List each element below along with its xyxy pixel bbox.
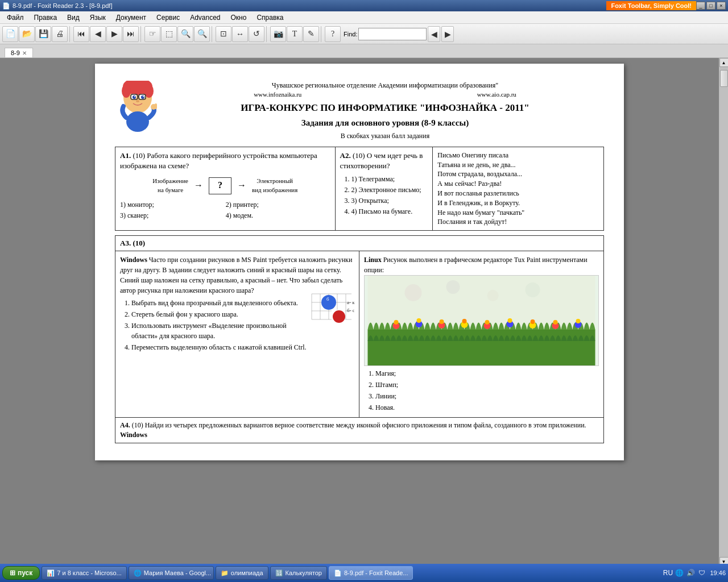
a1-label: А1. (10) Работа какого периферийного уст…: [120, 151, 330, 171]
start-button[interactable]: ⊞ пуск: [2, 566, 40, 580]
svg-point-49: [508, 318, 512, 323]
scrollbar[interactable]: ▲ ▼: [719, 58, 728, 566]
find-next-button[interactable]: ▶: [441, 26, 454, 42]
svg-point-14: [126, 111, 149, 132]
svg-point-39: [394, 320, 399, 325]
menu-window[interactable]: Окно: [226, 13, 251, 23]
a4-score: (10): [132, 421, 143, 429]
rotate-button[interactable]: ↺: [249, 26, 264, 42]
snapshot-button[interactable]: 📷: [270, 26, 286, 42]
scroll-track[interactable]: [719, 67, 729, 557]
taskbar-item-label-0: 7 и 8 класс - Microsо...: [57, 569, 121, 576]
svg-point-51: [531, 319, 535, 324]
first-page-button[interactable]: ⏮: [73, 26, 89, 42]
new-button[interactable]: 📄: [2, 26, 18, 42]
a3-balls-illustration: б а- красный б- синий: [306, 288, 354, 334]
svg-text:б- синий: б- синий: [347, 307, 354, 313]
taskbar-time: 19:46: [710, 569, 726, 576]
a2-label-text: А2.: [340, 151, 351, 160]
a4-label: А4.: [120, 421, 130, 429]
toolbar-separator-2: [140, 26, 143, 42]
annotation-button[interactable]: ✎: [303, 26, 319, 42]
taskbar-item-0[interactable]: 📊 7 и 8 класс - Microsо...: [42, 566, 126, 580]
svg-point-8: [134, 96, 135, 97]
poem-line-8: Послания и так дойдут!: [437, 217, 599, 227]
svg-point-29: [333, 310, 345, 323]
zoom-out-button[interactable]: 🔍: [194, 26, 210, 42]
tray-lang: RU: [663, 568, 672, 577]
cell-a2-question: А2. (10) О чем идет речь в стихотворении…: [335, 147, 433, 230]
title-bar-left: 📄 8-9.pdf - Foxit Reader 2.3 - [8-9.pdf]: [2, 2, 112, 10]
mascot-image: [115, 81, 160, 132]
taskbar-item-label-4: 8-9.pdf - Foxit Reade...: [344, 569, 408, 576]
maximize-button[interactable]: □: [706, 2, 715, 10]
taskbar-item-icon-0: 📊: [47, 569, 55, 577]
windows-logo: ⊞: [10, 569, 15, 577]
hand-tool-button[interactable]: ☞: [144, 26, 160, 42]
taskbar-item-label-2: олимпиада: [231, 569, 263, 576]
menu-view[interactable]: Вид: [63, 13, 84, 23]
menu-document[interactable]: Документ: [111, 13, 151, 23]
svg-point-7: [141, 95, 144, 99]
help-button[interactable]: ?: [325, 26, 341, 42]
cell-a1: А1. (10) Работа какого периферийного уст…: [115, 147, 336, 230]
svg-point-9: [143, 96, 144, 97]
a3-body: Windows Часто при создании рисунков в MS…: [115, 251, 604, 418]
svg-point-55: [576, 319, 581, 323]
last-page-button[interactable]: ⏭: [123, 26, 139, 42]
print-button[interactable]: 🖨: [52, 26, 68, 42]
find-label: Find:: [344, 31, 357, 38]
tab-close-button[interactable]: ✕: [22, 50, 27, 56]
taskbar-item-4[interactable]: 📄 8-9.pdf - Foxit Reade...: [329, 566, 413, 580]
play-button[interactable]: ▶: [106, 26, 122, 42]
tab-8-9[interactable]: 8-9 ✕: [5, 48, 33, 57]
a3-label: А3.: [120, 239, 131, 247]
org-name: Чувашское региональное отделение Академи…: [166, 81, 604, 90]
close-button[interactable]: ×: [717, 2, 726, 10]
prev-page-button[interactable]: ◀: [90, 26, 106, 42]
a1-question: Работа какого периферийного устройства к…: [120, 151, 317, 170]
taskbar-item-3[interactable]: 🔢 Калькулятор: [270, 566, 327, 580]
menu-service[interactable]: Сервис: [152, 13, 184, 23]
a3-linux-side: Linux Рисунок выполнен в графическом ред…: [359, 251, 603, 417]
diag-arrow-1: →: [194, 179, 203, 192]
taskbar-item-2[interactable]: 📁 олимпиада: [216, 566, 268, 580]
grass-svg: [365, 276, 598, 366]
a3-windows-title: Windows: [120, 256, 147, 264]
poem-line-4: А мы сейчас! Раз-два!: [437, 179, 599, 189]
svg-text:а- красный: а- красный: [347, 300, 354, 305]
note: В скобках указан балл задания: [166, 131, 604, 141]
find-prev-button[interactable]: ◀: [428, 26, 440, 42]
text-button[interactable]: T: [287, 26, 303, 42]
menu-language[interactable]: Язык: [85, 13, 110, 23]
scroll-thumb[interactable]: [720, 70, 728, 87]
menu-advanced[interactable]: Advanced: [185, 13, 225, 23]
minimize-button[interactable]: _: [696, 2, 705, 10]
a3-l-ans-3: Линии;: [375, 391, 599, 401]
zoom-in-button[interactable]: 🔍: [177, 26, 193, 42]
menu-file[interactable]: Файл: [2, 13, 28, 23]
window-title: 8-9.pdf - Foxit Reader 2.3 - [8-9.pdf]: [13, 2, 112, 9]
svg-point-41: [417, 318, 421, 323]
diag-right-sublabel: вид изображения: [252, 186, 297, 194]
content-area: Чувашское региональное отделение Академи…: [0, 58, 728, 566]
pdf-header-text: Чувашское региональное отделение Академи…: [166, 81, 604, 141]
a4-section: А4. (10) Найди из четырех предложенных в…: [115, 418, 604, 443]
svg-point-13: [136, 100, 139, 102]
scroll-up-button[interactable]: ▲: [719, 58, 729, 67]
menu-help[interactable]: Справка: [252, 13, 288, 23]
a1-ans-2: 2) принтер;: [226, 200, 330, 210]
fit-page-button[interactable]: ⊡: [216, 26, 231, 42]
taskbar-item-label-1: Мария Маева - Googl...: [144, 569, 211, 576]
save-button[interactable]: 💾: [35, 26, 51, 42]
pdf-viewer[interactable]: Чувашское региональное отделение Академи…: [0, 58, 719, 566]
taskbar-item-1[interactable]: 🌐 Мария Маева - Googl...: [129, 566, 214, 580]
a3-linux-text: Рисунок выполнен в графическом редакторе…: [364, 256, 588, 274]
open-button[interactable]: 📂: [19, 26, 35, 42]
menu-edit[interactable]: Правка: [30, 13, 62, 23]
select-button[interactable]: ⬚: [161, 26, 177, 42]
find-input[interactable]: [358, 28, 427, 40]
tray-volume-icon: 🔊: [686, 568, 695, 577]
diag-question: ?: [209, 177, 231, 194]
fit-width-button[interactable]: ↔: [232, 26, 248, 42]
